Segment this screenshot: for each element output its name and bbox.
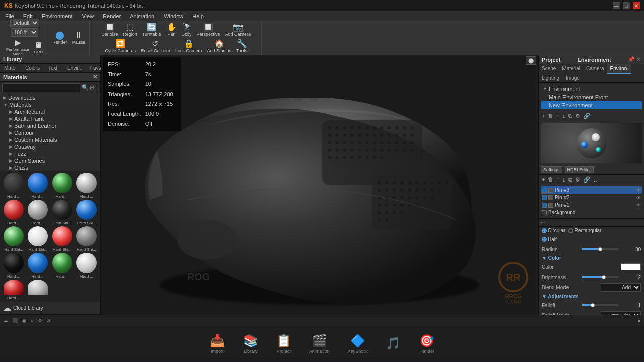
- bg-checkbox[interactable]: [542, 210, 547, 215]
- dock-render[interactable]: 🎯 Render: [415, 332, 438, 356]
- status-circle-icon[interactable]: ◉: [22, 318, 27, 323]
- tree-contour[interactable]: ▶ Contour: [0, 129, 100, 136]
- env-settings-icon[interactable]: ⚙: [574, 112, 581, 120]
- add-camera-btn[interactable]: 📷Add Camera: [223, 22, 253, 38]
- tree-gem[interactable]: ▶ Gem Stones: [0, 157, 100, 164]
- search-input[interactable]: [2, 83, 80, 92]
- pin2-checkbox[interactable]: [542, 195, 547, 200]
- mat-dark3[interactable]: Hard ...: [2, 253, 25, 279]
- sort-icon[interactable]: ≡: [95, 85, 98, 91]
- pin1-eye[interactable]: 👁: [636, 203, 641, 208]
- mat-gray[interactable]: Hard Shi...: [75, 226, 98, 252]
- perspective-btn[interactable]: 🔲 Perspective: [195, 22, 222, 38]
- status-grid-icon[interactable]: ⬛: [12, 318, 18, 323]
- hdri-add-icon[interactable]: +: [541, 176, 546, 184]
- env-item-root[interactable]: ▼ Environment: [541, 85, 642, 93]
- adjustments-label[interactable]: ▼ Adjustments: [539, 293, 644, 300]
- hdri-link-icon[interactable]: 🔗: [582, 176, 591, 184]
- mat-silver2[interactable]: [26, 280, 49, 300]
- tree-cutaway[interactable]: ▶ Cutaway: [0, 143, 100, 150]
- cycle-cameras-btn[interactable]: 🔁Cycle Cameras: [103, 39, 138, 54]
- pin3-eye[interactable]: 👁: [636, 188, 641, 193]
- filter-icon[interactable]: ⊞: [90, 84, 94, 91]
- hdri-more-icon[interactable]: …: [592, 176, 600, 184]
- viewport[interactable]: ROG FPS: 20.2 Time: 7s Samples: 10 Trian…: [101, 55, 538, 315]
- radius-slider[interactable]: [582, 248, 619, 250]
- hdri-down-icon[interactable]: ↓: [561, 176, 567, 184]
- tools-btn[interactable]: 🔧Tools: [234, 39, 249, 54]
- pin-icon[interactable]: 📌: [628, 56, 635, 63]
- menu-render[interactable]: Render: [101, 13, 123, 19]
- tree-architectural[interactable]: ▶ Architectural: [0, 108, 100, 115]
- mat-blue3[interactable]: Hard ...: [26, 253, 49, 279]
- env-duplicate-icon[interactable]: ⧉: [567, 112, 573, 120]
- hdri-dup-icon[interactable]: ⧉: [567, 176, 573, 184]
- mat-pearl2[interactable]: Hard ...: [75, 253, 98, 279]
- materials-close[interactable]: ✕: [93, 74, 97, 80]
- minimize-button[interactable]: —: [613, 2, 620, 9]
- tab-text[interactable]: Text.: [44, 64, 63, 72]
- mat-green2[interactable]: Hard Shi...: [2, 226, 25, 252]
- preset-dropdown[interactable]: Default: [10, 19, 39, 27]
- hdri-cfg-icon[interactable]: ⚙: [574, 176, 581, 184]
- close-button[interactable]: ✕: [633, 2, 640, 9]
- env-delete-icon[interactable]: 🗑: [547, 112, 554, 120]
- blend-dropdown[interactable]: Add Multiply Screen: [601, 283, 641, 292]
- menu-view[interactable]: View: [79, 13, 96, 19]
- brightness-slider[interactable]: [582, 276, 619, 278]
- studios-btn[interactable]: 🏠Add Studios: [205, 39, 233, 54]
- maximize-button[interactable]: □: [623, 2, 630, 9]
- env-add-icon[interactable]: +: [541, 112, 546, 120]
- lock-camera-btn[interactable]: 🔒Lock Camera: [173, 39, 204, 54]
- dock-import[interactable]: 📥 Import: [206, 332, 229, 356]
- menu-environment[interactable]: Environment: [40, 13, 75, 19]
- search-icon[interactable]: 🔍: [82, 84, 89, 91]
- mat-green[interactable]: Hard ...: [51, 173, 74, 199]
- color-section-label[interactable]: ▼ Color: [539, 254, 644, 262]
- falloff-slider[interactable]: [582, 304, 619, 306]
- tab-scene[interactable]: Scene: [539, 64, 559, 74]
- region-btn[interactable]: ⬚Region: [121, 22, 139, 38]
- mat-white[interactable]: Hard ...: [75, 173, 98, 199]
- dock-library[interactable]: 📚 Library: [239, 332, 262, 356]
- env-item-main[interactable]: Main Environment Front: [541, 93, 642, 101]
- close-panel-icon[interactable]: ✕: [636, 56, 641, 63]
- menu-file[interactable]: File: [3, 13, 16, 19]
- hdri-del-icon[interactable]: 🗑: [547, 176, 554, 184]
- mat-red3[interactable]: Hard ...: [2, 280, 25, 300]
- pin-1-item[interactable]: Pin #1 👁: [541, 201, 642, 209]
- env-item-new[interactable]: New Environment: [541, 101, 642, 109]
- performance-mode-btn[interactable]: ▶ Performance Mode: [4, 38, 31, 57]
- mat-silver[interactable]: Hard ...: [26, 200, 49, 225]
- pin1-checkbox[interactable]: [542, 203, 547, 208]
- pin2-eye[interactable]: 👁: [636, 195, 641, 200]
- pan-btn[interactable]: ✋Pan: [165, 22, 179, 38]
- status-gear-icon[interactable]: ⚙: [38, 318, 42, 323]
- tab-colors[interactable]: Colors: [21, 64, 44, 72]
- hdri-editor-tab[interactable]: HDRI Editor: [565, 166, 594, 173]
- tab-lighting[interactable]: Lighting: [539, 74, 562, 82]
- tree-fuzz[interactable]: ▶ Fuzz: [0, 150, 100, 157]
- menu-animation[interactable]: Animation: [128, 13, 156, 19]
- tree-axalta[interactable]: ▶ Axalta Paint: [0, 115, 100, 122]
- dock-empty[interactable]: 🎵: [382, 334, 405, 353]
- pin1-vis[interactable]: [548, 203, 553, 208]
- turntable-btn[interactable]: 🔄Turntable: [140, 22, 164, 38]
- mat-dark-shi[interactable]: Hard Shi...: [51, 200, 74, 225]
- zoom-dropdown[interactable]: 100 %: [11, 28, 38, 37]
- pause-btn[interactable]: ⏸ Pause: [70, 30, 88, 46]
- tab-camera[interactable]: Camera: [583, 64, 607, 74]
- denoise-btn[interactable]: 🔲Denoise: [99, 22, 120, 38]
- pin3-vis[interactable]: [548, 188, 553, 193]
- menu-help[interactable]: Help: [190, 13, 206, 19]
- tab-image[interactable]: Image: [562, 74, 583, 82]
- pin3-checkbox[interactable]: [542, 188, 547, 193]
- half-radio[interactable]: Half: [542, 237, 557, 242]
- dock-keyshot[interactable]: 🔷 KeyShotR: [344, 332, 372, 356]
- render-button-small[interactable]: ⬤: [526, 56, 536, 65]
- pin2-vis[interactable]: [548, 195, 553, 200]
- dock-animation[interactable]: 🎬 Animation: [305, 332, 334, 356]
- tree-materials[interactable]: ▼ Materials: [0, 101, 100, 108]
- viewport-render-btn[interactable]: ⬤: [526, 57, 536, 63]
- color-swatch[interactable]: [621, 263, 641, 270]
